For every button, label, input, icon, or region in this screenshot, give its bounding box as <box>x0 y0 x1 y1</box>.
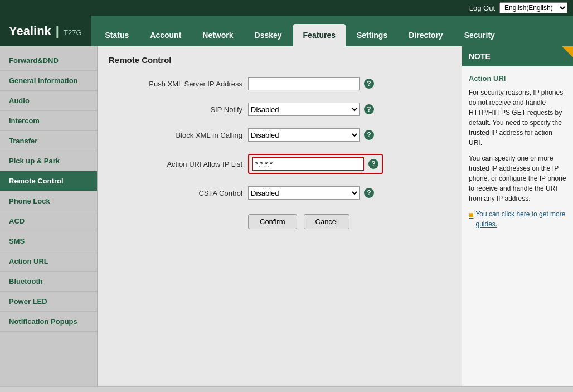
note-panel: NOTE Action URI For security reasons, IP… <box>462 46 573 386</box>
logo-divider: | <box>56 24 59 38</box>
control-sip-notify: Disabled Enabled ? <box>248 103 374 116</box>
sidebar-item-bluetooth[interactable]: Bluetooth <box>0 272 97 292</box>
sidebar-item-transfer[interactable]: Transfer <box>0 131 97 151</box>
select-csta[interactable]: Disabled Enabled <box>248 186 360 200</box>
model-name: T27G <box>64 28 82 37</box>
sidebar-item-power-led[interactable]: Power LED <box>0 292 97 312</box>
tab-dsskey[interactable]: Dsskey <box>245 24 292 46</box>
sidebar-item-action-url[interactable]: Action URL <box>0 251 97 272</box>
sidebar: Forward&DND General Information Audio In… <box>0 46 98 386</box>
header: Yealink | T27G Status Account Network Ds… <box>0 16 573 46</box>
form-row-push-xml: Push XML Server IP Address ? <box>109 74 450 94</box>
sidebar-item-phone-lock[interactable]: Phone Lock <box>0 191 97 211</box>
sidebar-item-general-information[interactable]: General Information <box>0 71 97 91</box>
language-select[interactable]: English(English) Chinese(中文) French(Fran… <box>499 2 567 13</box>
help-icon-block-xml[interactable]: ? <box>364 130 374 140</box>
confirm-button[interactable]: Confirm <box>248 214 297 229</box>
cancel-button[interactable]: Cancel <box>304 214 349 229</box>
control-block-xml: Disabled Enabled ? <box>248 128 374 142</box>
help-icon-action-uri[interactable]: ? <box>368 159 378 169</box>
note-header: NOTE <box>462 46 573 66</box>
tab-features[interactable]: Features <box>293 24 346 46</box>
form-row-block-xml: Block XML In Calling Disabled Enabled ? <box>109 125 450 145</box>
control-action-uri: ? <box>248 154 383 174</box>
main-layout: Forward&DND General Information Audio In… <box>0 46 573 386</box>
button-row: Confirm Cancel <box>109 214 450 229</box>
select-block-xml[interactable]: Disabled Enabled <box>248 128 360 142</box>
note-paragraph-1: For security reasons, IP phones do not r… <box>469 88 566 148</box>
tab-directory[interactable]: Directory <box>399 24 453 46</box>
section-title: Remote Control <box>109 55 450 65</box>
form-row-csta: CSTA Control Disabled Enabled ? <box>109 183 450 203</box>
logo: Yealink | T27G <box>9 24 82 38</box>
sidebar-item-intercom[interactable]: Intercom <box>0 111 97 131</box>
nav-tabs: Status Account Network Dsskey Features S… <box>91 16 509 46</box>
content-area: Remote Control Push XML Server IP Addres… <box>98 46 462 386</box>
tab-settings[interactable]: Settings <box>347 24 397 46</box>
brand-name: Yealink <box>9 24 51 38</box>
select-sip-notify[interactable]: Disabled Enabled <box>248 103 360 116</box>
sidebar-item-acd[interactable]: ACD <box>0 211 97 231</box>
label-csta: CSTA Control <box>109 189 242 197</box>
help-icon-csta[interactable]: ? <box>364 188 374 198</box>
note-link-text[interactable]: You can click here to get more guides. <box>475 209 566 229</box>
sidebar-item-notification-popups[interactable]: Notification Popups <box>0 312 97 332</box>
tab-account[interactable]: Account <box>140 24 191 46</box>
input-push-xml[interactable] <box>248 77 360 90</box>
note-link-icon: ■ <box>469 209 473 221</box>
note-paragraph-2: You can specify one or more trusted IP a… <box>469 153 566 204</box>
label-push-xml: Push XML Server IP Address <box>109 80 242 88</box>
footer: Copyright © 1998-2024 **Inc. All Rights … <box>0 386 573 392</box>
form-row-action-uri: Action URI Allow IP List ? <box>109 151 450 177</box>
sidebar-item-sms[interactable]: SMS <box>0 231 97 251</box>
help-icon-sip-notify[interactable]: ? <box>364 104 374 114</box>
input-action-uri[interactable] <box>252 157 364 171</box>
note-body: Action URI For security reasons, IP phon… <box>462 66 573 236</box>
note-title: Action URI <box>469 73 566 84</box>
note-corner-decoration <box>562 46 573 57</box>
note-link[interactable]: ■ You can click here to get more guides. <box>469 209 566 229</box>
tab-security[interactable]: Security <box>454 24 505 46</box>
top-bar: Log Out English(English) Chinese(中文) Fre… <box>0 0 573 16</box>
label-sip-notify: SIP Notify <box>109 105 242 114</box>
form-row-sip-notify: SIP Notify Disabled Enabled ? <box>109 99 450 119</box>
highlight-row-action-uri: ? <box>248 154 383 174</box>
tab-status[interactable]: Status <box>95 24 139 46</box>
label-action-uri: Action URI Allow IP List <box>109 160 242 168</box>
sidebar-item-pick-up-park[interactable]: Pick up & Park <box>0 151 97 171</box>
control-csta: Disabled Enabled ? <box>248 186 374 200</box>
sidebar-item-forward-dnd[interactable]: Forward&DND <box>0 51 97 71</box>
note-header-label: NOTE <box>469 52 491 61</box>
help-icon-push-xml[interactable]: ? <box>364 79 374 89</box>
sidebar-item-audio[interactable]: Audio <box>0 91 97 111</box>
tab-network[interactable]: Network <box>192 24 243 46</box>
sidebar-item-remote-control[interactable]: Remote Control <box>0 171 97 191</box>
logout-link[interactable]: Log Out <box>469 4 495 12</box>
logo-area: Yealink | T27G <box>0 16 91 46</box>
label-block-xml: Block XML In Calling <box>109 131 242 139</box>
control-push-xml: ? <box>248 77 374 90</box>
